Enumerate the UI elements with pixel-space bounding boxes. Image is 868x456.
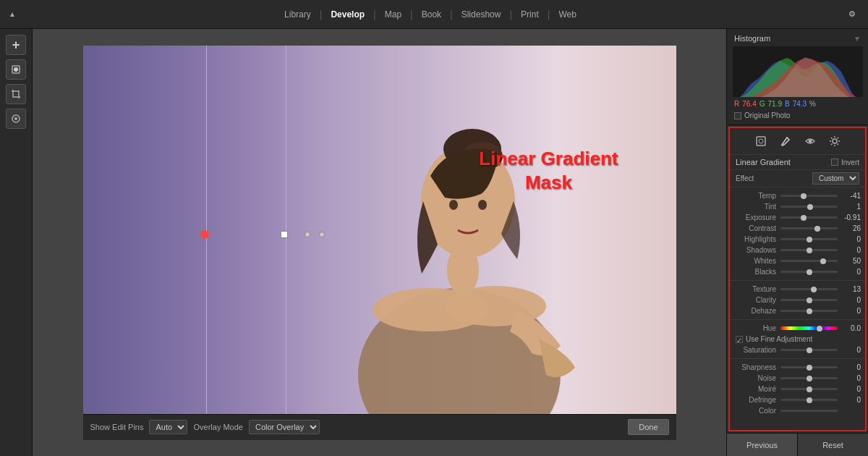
- nav-sep-6: |: [548, 9, 550, 20]
- nav-develop[interactable]: Develop: [323, 7, 372, 22]
- original-photo-checkbox[interactable]: [734, 112, 741, 119]
- tint-label: Tint: [734, 203, 776, 211]
- eye-tool-icon[interactable]: [801, 132, 819, 150]
- top-bar-left: ▲: [9, 10, 16, 18]
- nav-sep-5: |: [509, 9, 512, 20]
- reset-button[interactable]: Reset: [798, 434, 868, 456]
- whites-track[interactable]: [780, 260, 838, 262]
- done-button[interactable]: Done: [628, 419, 668, 435]
- color-label: Color: [734, 407, 776, 415]
- account-icon[interactable]: ⚙: [845, 7, 859, 22]
- hue-track[interactable]: [780, 326, 838, 330]
- defringe-label: Defringe: [734, 396, 776, 404]
- nav-library[interactable]: Library: [277, 7, 318, 22]
- clarity-track[interactable]: [780, 299, 838, 301]
- gradient-overlay: [83, 46, 320, 440]
- hue-value: 0.0: [842, 324, 861, 332]
- shadows-value: 0: [842, 246, 861, 254]
- overlay-mode-select[interactable]: Color Overlay: [249, 420, 320, 434]
- gradient-handle-circle-1[interactable]: [305, 232, 310, 237]
- moire-track[interactable]: [780, 388, 838, 390]
- saturation-track[interactable]: [780, 349, 838, 351]
- defringe-track[interactable]: [780, 399, 838, 401]
- gradient-handle[interactable]: [281, 231, 288, 238]
- noise-track[interactable]: [780, 377, 838, 379]
- nav-slideshow[interactable]: Slideshow: [454, 7, 509, 22]
- blacks-value: 0: [842, 268, 861, 276]
- svg-point-3: [14, 117, 17, 120]
- photo-container: Linear Gradient Mask Show Edit Pins Auto: [83, 46, 676, 440]
- divider-3: [730, 358, 865, 359]
- crop-icon[interactable]: [6, 84, 26, 104]
- left-panel: +: [0, 29, 33, 456]
- photo-background: Linear Gradient Mask: [83, 46, 676, 440]
- exposure-label: Exposure: [734, 214, 776, 221]
- show-edit-pins-label: Show Edit Pins: [90, 423, 144, 431]
- hue-label: Hue: [734, 324, 776, 332]
- effect-row: Effect Custom: [730, 170, 865, 187]
- effect-select[interactable]: Custom: [812, 172, 859, 185]
- nav-print[interactable]: Print: [514, 7, 546, 22]
- whites-label: Whites: [734, 257, 776, 265]
- nav-web[interactable]: Web: [551, 7, 583, 22]
- divider-2: [730, 319, 865, 320]
- invert-checkbox[interactable]: [831, 159, 838, 166]
- nav-sep-3: |: [410, 9, 413, 20]
- dehaze-track[interactable]: [780, 310, 838, 312]
- exposure-value: -0.91: [842, 214, 861, 221]
- mask-annotation: Linear Gradient Mask: [479, 147, 618, 196]
- nav-sep-1: |: [320, 9, 323, 20]
- highlights-track[interactable]: [780, 238, 838, 240]
- dehaze-slider-row: Dehaze 0: [730, 305, 865, 316]
- temp-slider-row: Temp -41: [730, 190, 865, 201]
- canvas-area: Linear Gradient Mask Show Edit Pins Auto: [33, 29, 726, 456]
- original-photo-row: Original Photo: [730, 109, 865, 122]
- color-track[interactable]: [780, 410, 838, 412]
- contrast-track[interactable]: [780, 227, 838, 229]
- effect-label: Effect: [736, 174, 754, 182]
- nav-book[interactable]: Book: [414, 7, 448, 22]
- blacks-track[interactable]: [780, 271, 838, 273]
- tint-track[interactable]: [780, 206, 838, 208]
- selection-tool-icon[interactable]: [752, 132, 770, 150]
- tint-value: 1: [842, 203, 861, 211]
- color-slider-row: Color: [730, 405, 865, 416]
- white-balance-icon[interactable]: [6, 59, 26, 80]
- center-pin[interactable]: [200, 230, 209, 239]
- svg-point-1: [14, 67, 18, 72]
- blacks-label: Blacks: [734, 268, 776, 276]
- svg-point-12: [478, 200, 487, 210]
- histogram-header: Histogram ▼: [730, 32, 865, 45]
- previous-button[interactable]: Previous: [727, 434, 798, 456]
- tool-icons-row: [730, 128, 865, 155]
- contrast-slider-row: Contrast 26: [730, 223, 865, 234]
- shadows-label: Shadows: [734, 246, 776, 254]
- gradient-handle-circle-2[interactable]: [319, 232, 325, 237]
- texture-slider-row: Texture 13: [730, 284, 865, 295]
- mask-icon[interactable]: [6, 109, 26, 129]
- hue-slider-row: Hue 0.0: [730, 323, 865, 334]
- defringe-slider-row: Defringe 0: [730, 394, 865, 405]
- noise-value: 0: [842, 374, 861, 382]
- sharpness-value: 0: [842, 363, 861, 371]
- histogram-b-value: 74.3: [793, 100, 807, 108]
- add-button[interactable]: +: [6, 35, 26, 55]
- sharpness-track[interactable]: [780, 366, 838, 368]
- texture-value: 13: [842, 285, 861, 293]
- histogram-g-value: 71.9: [767, 100, 781, 108]
- texture-track[interactable]: [780, 288, 838, 290]
- fine-adjustment-checkbox[interactable]: ✓: [736, 336, 743, 343]
- gear-tool-icon[interactable]: [826, 132, 843, 150]
- shadows-track[interactable]: [780, 249, 838, 251]
- brush-tool-icon[interactable]: [777, 132, 794, 150]
- temp-track[interactable]: [780, 195, 838, 197]
- exposure-track[interactable]: [780, 216, 838, 219]
- invert-row: Invert: [831, 159, 859, 166]
- saturation-value: 0: [842, 346, 861, 354]
- show-edit-pins-select[interactable]: Auto: [149, 420, 187, 434]
- nav-map[interactable]: Map: [378, 7, 409, 22]
- histogram-collapse-icon[interactable]: ▼: [854, 35, 861, 43]
- clarity-slider-row: Clarity 0: [730, 295, 865, 305]
- whites-slider-row: Whites 50: [730, 256, 865, 266]
- invert-label: Invert: [841, 159, 859, 166]
